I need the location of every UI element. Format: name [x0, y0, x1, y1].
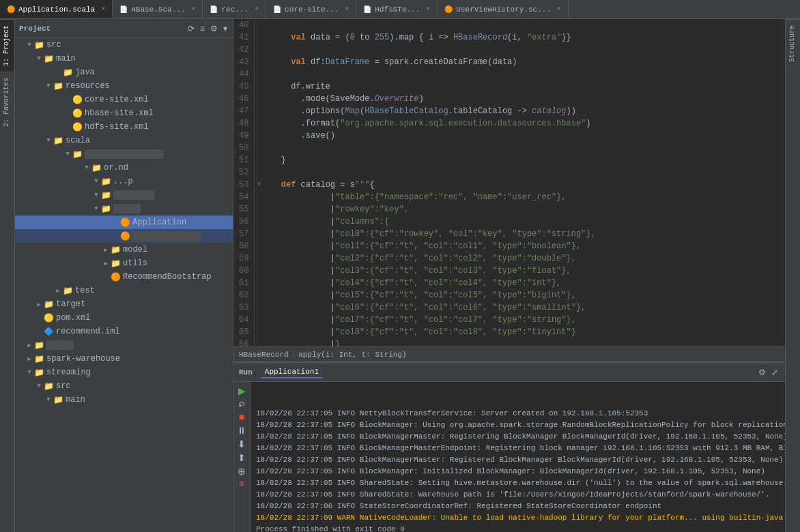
- tree-item-recommendiml[interactable]: 🔷 recommend.iml: [15, 325, 233, 338]
- tab-hbase[interactable]: 📄 HBase.Sca... ×: [113, 0, 203, 18]
- file-icon: 📄: [363, 5, 371, 14]
- tree-item-coresite[interactable]: 🟡 core-site.xml: [15, 93, 233, 106]
- tree-item-application[interactable]: 🟠 Application: [15, 216, 233, 229]
- arrow-icon: ▶: [25, 355, 34, 363]
- run-tab-application1[interactable]: Application1: [261, 366, 323, 379]
- scala-file-icon: 🟠: [120, 218, 130, 228]
- folder-icon: 📁: [34, 340, 44, 351]
- tree-label: java: [75, 68, 95, 77]
- file-icon: 📄: [210, 5, 218, 14]
- tree-item-utils[interactable]: ▶ 📁 utils: [15, 256, 233, 270]
- log-line: 18/02/28 22:37:06 INFO StateStoreCoordin…: [256, 501, 780, 512]
- arrow-icon: ▼: [44, 137, 53, 144]
- folder-icon: 📁: [72, 149, 83, 160]
- toolbar-gear-btn[interactable]: ▾: [222, 23, 229, 35]
- tree-item-pomxml[interactable]: 🟡 pom.xml: [15, 311, 233, 325]
- xml-file-icon: 🟡: [44, 313, 54, 323]
- arrow-icon: ▼: [91, 192, 101, 198]
- log-line: 18/02/28 22:37:05 INFO BlockManager: Usi…: [256, 419, 780, 431]
- dump-threads-button[interactable]: ⊕: [235, 465, 248, 477]
- tree-item-resources[interactable]: ▼ 📁 resources: [15, 79, 233, 93]
- tree-item-recommendbootstrap[interactable]: 🟠 RecommendBootstrap: [15, 270, 233, 284]
- tree-item-hdfssite[interactable]: 🟡 hdfs-site.xml: [15, 120, 233, 134]
- file-icon: 🟠: [444, 5, 453, 14]
- iml-file-icon: 🔷: [44, 327, 54, 337]
- tree-label: model: [123, 245, 147, 254]
- close-tab-icon[interactable]: ×: [426, 5, 430, 13]
- folder-icon: 📁: [34, 354, 44, 364]
- step-down-button[interactable]: ⬇: [235, 438, 248, 450]
- left-vtab-project[interactable]: 1: Project: [0, 19, 14, 72]
- tree-item-p[interactable]: ▼ 📁 ...p: [15, 175, 233, 188]
- close-tab-icon[interactable]: ×: [255, 5, 259, 13]
- tree-item-java[interactable]: 📁 java: [15, 65, 233, 79]
- tree-item-kylc[interactable]: ▼ 📁 kylc: [15, 202, 233, 216]
- close-tab-icon[interactable]: ×: [345, 5, 349, 13]
- tree-label: main: [66, 395, 85, 404]
- tab-label: UserViewHistory.sc...: [456, 5, 551, 14]
- tab-coresite[interactable]: 📄 core-site... ×: [266, 0, 356, 18]
- tree-item-streaming-src[interactable]: ▼ 📁 src: [15, 379, 233, 393]
- tree-label: RecommendBootstrap: [123, 272, 212, 282]
- run-settings-btn[interactable]: ⚙: [757, 366, 767, 379]
- close-tab-icon[interactable]: ×: [191, 5, 195, 13]
- tab-userviewhistory[interactable]: 🟠 UserViewHistory.sc... ×: [438, 0, 569, 18]
- gutter-fold: ▼ ▼: [255, 19, 263, 346]
- clear-output-button[interactable]: ⊗: [235, 479, 248, 488]
- tree-label: hbase-site.xml: [85, 108, 154, 118]
- close-tab-icon[interactable]: ×: [101, 5, 105, 13]
- tree-item-ornd[interactable]: ▼ 📁 or.nd: [15, 161, 233, 175]
- tree-item-streaming-main[interactable]: ▼ 📁 main: [15, 393, 233, 407]
- tab-application-scala[interactable]: 🟠 Application.scala ×: [0, 0, 113, 18]
- tree-item-target[interactable]: ▶ 📁 target: [15, 297, 233, 311]
- tree-item-prod[interactable]: ▼ 📁 prod████: [15, 188, 233, 202]
- arrow-icon: ▼: [63, 151, 72, 158]
- tab-hdfs[interactable]: 📄 HdfsSTe... ×: [356, 0, 438, 18]
- tree-label: src: [46, 40, 61, 50]
- arrow-icon: ▼: [44, 83, 53, 89]
- tree-item-spark-warehouse[interactable]: ▶ 📁 spark-warehouse: [15, 352, 233, 366]
- arrow-icon: ▶: [101, 246, 111, 254]
- play-button[interactable]: ▶: [235, 385, 248, 397]
- tree-label-streaming: streaming: [46, 368, 91, 377]
- tab-label: Application.scala: [18, 5, 95, 14]
- file-icon: 🟠: [7, 5, 15, 14]
- step-up-button[interactable]: ⬆: [235, 452, 248, 464]
- folder-icon: 📁: [44, 299, 54, 310]
- stop-button[interactable]: ■: [235, 411, 248, 423]
- code-editor[interactable]: val data = (0 to 255).map { i => HBaseRe…: [263, 19, 785, 346]
- rerun-button[interactable]: ↺: [235, 398, 248, 409]
- tree-item-application2[interactable]: 🟠 Applicatio████: [15, 229, 233, 243]
- tree-item-snnas[interactable]: ▶ 📁 sn.as: [15, 338, 233, 352]
- breadcrumb-part2: apply(i: Int, t: String): [298, 351, 406, 359]
- tree-item-streaming[interactable]: ▼ 📁 streaming: [15, 366, 233, 379]
- tree-item-test[interactable]: ▶ 📁 test: [15, 284, 233, 297]
- left-vtab-favorites[interactable]: 2: Favorites: [0, 72, 14, 132]
- tree-item-hbasesite[interactable]: 🟡 hbase-site.xml: [15, 106, 233, 120]
- toolbar-settings-btn[interactable]: ⚙: [209, 23, 219, 35]
- arrow-icon: ▶: [25, 342, 34, 349]
- folder-icon: 📁: [63, 68, 73, 78]
- toolbar-sync-btn[interactable]: ⟳: [186, 23, 196, 35]
- tab-rec[interactable]: 📄 rec... ×: [203, 0, 266, 18]
- tree-item-src[interactable]: ▼ 📁 src: [15, 38, 233, 52]
- arrow-icon: ▶: [53, 287, 63, 295]
- tab-label: HdfsSTe...: [375, 5, 420, 14]
- tree-item-scala[interactable]: ▼ 📁 scala: [15, 134, 233, 147]
- tree-item-masked1[interactable]: ▼ 📁 ████████████.rec: [15, 147, 233, 161]
- folder-icon: 📁: [34, 368, 44, 378]
- pause-button[interactable]: ⏸: [235, 424, 248, 437]
- arrow-icon: ▼: [34, 383, 44, 389]
- tree-item-model[interactable]: ▶ 📁 model: [15, 243, 233, 256]
- tree-label: ...p: [113, 177, 133, 186]
- tree-item-main[interactable]: ▼ 📁 main: [15, 52, 233, 65]
- toolbar-collapse-btn[interactable]: ≡: [199, 23, 206, 35]
- run-expand-btn[interactable]: ⤢: [770, 366, 780, 379]
- tree-label: recommend.iml: [56, 327, 120, 336]
- folder-icon: 📁: [44, 381, 54, 391]
- xml-file-icon: 🟡: [72, 95, 83, 105]
- side-tab-structure[interactable]: Structure: [786, 19, 800, 68]
- close-tab-icon[interactable]: ×: [557, 5, 561, 13]
- log-line: 18/02/28 22:37:05 INFO SharedState: Sett…: [256, 477, 780, 489]
- tree-label: pom.xml: [56, 313, 90, 323]
